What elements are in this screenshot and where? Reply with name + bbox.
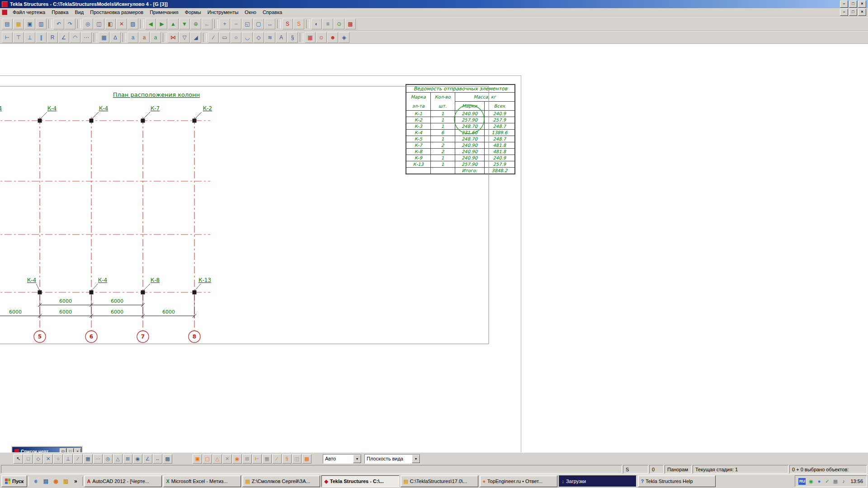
pan-up-icon[interactable]: ▲ xyxy=(168,19,179,29)
link-drawing-icon[interactable]: ◈ xyxy=(339,32,349,43)
language-indicator[interactable]: RU xyxy=(798,478,806,485)
cloud-tool-icon[interactable]: ≋ xyxy=(264,32,275,43)
screenshot-icon[interactable]: ◐ xyxy=(311,19,322,29)
dimension-text[interactable]: 6000 xyxy=(59,309,72,315)
new-drawing-icon[interactable]: ▤ xyxy=(2,19,13,29)
delete-icon[interactable]: ✕ xyxy=(116,19,127,29)
smart-note-icon[interactable]: ☻ xyxy=(327,32,338,43)
menu-item[interactable]: Формы xyxy=(182,9,204,15)
dim-chain-icon[interactable]: ⋯ xyxy=(81,32,92,43)
menu-item[interactable]: Простановка размеров xyxy=(87,9,146,15)
dimension-text[interactable]: 6000 xyxy=(111,309,123,315)
snap-intersection-icon[interactable]: ✕ xyxy=(43,454,53,464)
bolt-mark-icon[interactable]: a xyxy=(139,32,150,43)
dimension-text[interactable]: 6000 xyxy=(59,298,72,304)
drawing-list-maximize-button[interactable]: □ xyxy=(67,448,74,452)
grid-bubble-number[interactable]: 8 xyxy=(193,333,196,340)
column-mark-label[interactable]: К-8 xyxy=(151,277,160,283)
close-button[interactable]: × xyxy=(858,0,866,8)
network-tray-icon[interactable]: ▦ xyxy=(832,479,839,484)
drawing-list-close-button[interactable]: × xyxy=(74,448,81,452)
drawing-properties-icon[interactable]: ≡ xyxy=(322,19,333,29)
undo-icon[interactable]: ↶ xyxy=(53,19,64,29)
mdi-close-button[interactable]: × xyxy=(858,9,866,16)
menu-item[interactable]: Окно xyxy=(241,9,259,15)
drawing-list-window[interactable]: Список черт... ▭ □ × xyxy=(12,447,82,452)
restore-button[interactable]: □ xyxy=(849,0,857,8)
dim-radius-icon[interactable]: R xyxy=(47,32,58,43)
grid-lines[interactable] xyxy=(0,117,210,330)
zoom-in-icon[interactable]: + xyxy=(219,19,230,29)
pan-tool-icon[interactable]: ↔ xyxy=(264,19,275,29)
select-cursor-icon[interactable]: ↖ xyxy=(14,454,23,464)
mdi-minimize-button[interactable]: – xyxy=(840,9,848,16)
snap-line-icon[interactable]: ∕ xyxy=(73,454,83,464)
neighbor-mark-icon[interactable]: a xyxy=(150,32,161,43)
plan-title[interactable]: План расположения колонн xyxy=(113,91,200,98)
snap-perpendicular-icon[interactable]: ⊥ xyxy=(63,454,73,464)
pan-left-icon[interactable]: ◀ xyxy=(145,19,156,29)
associative-note-icon[interactable]: ☺ xyxy=(316,32,327,43)
snap-toggle-icon[interactable]: S xyxy=(282,19,293,29)
updates-tray-icon[interactable]: ● xyxy=(816,479,822,484)
revision-mark-icon[interactable]: ▦ xyxy=(305,32,316,43)
drawing-list-icon[interactable]: ▩ xyxy=(345,19,356,29)
menu-item[interactable]: Правка xyxy=(48,9,71,15)
select-objects-icon[interactable]: ▩ xyxy=(302,454,311,464)
mdi-restore-button[interactable]: □ xyxy=(849,9,857,16)
taskbar-button-help[interactable]: ? Tekla Structures Help xyxy=(638,475,716,487)
taskbar-button-browser[interactable]: ● TopEngineer.ru • Ответ... xyxy=(480,475,557,487)
dim-parallel-icon[interactable]: ∥ xyxy=(36,32,47,43)
snap-free-icon[interactable]: △ xyxy=(113,454,123,464)
pan-down-icon[interactable]: ▼ xyxy=(179,19,190,29)
snap-options-icon[interactable]: ▩ xyxy=(163,454,172,464)
zoom-out-icon[interactable]: − xyxy=(231,19,241,29)
text-tool-icon[interactable]: A xyxy=(276,32,287,43)
select-all-icon[interactable]: ▣ xyxy=(193,454,202,464)
dimension-text[interactable]: 6000 xyxy=(162,309,175,315)
drawing-canvas[interactable]: Ведомость отправочных элементов Марка Ко… xyxy=(0,44,868,452)
grid-dimension-icon[interactable]: ▦ xyxy=(99,32,109,43)
select-lines-icon[interactable]: ∕ xyxy=(272,454,282,464)
select-texts-icon[interactable]: ✕ xyxy=(222,454,232,464)
column-mark-label[interactable]: К-4 xyxy=(98,277,107,283)
taskbar-button-folder-tekla[interactable]: ▤ C:\TeklaStructures\17.0\... xyxy=(401,475,478,487)
select-welds-icon[interactable]: ◉ xyxy=(232,454,242,464)
grid-bubbles[interactable] xyxy=(34,331,200,343)
column-mark-label[interactable]: К-2 xyxy=(203,105,212,112)
dim-arc-icon[interactable]: ◠ xyxy=(70,32,80,43)
zoom-fit-icon[interactable]: ▢ xyxy=(253,19,264,29)
overflow-chevron-icon[interactable]: » xyxy=(71,477,80,486)
select-symbols-icon[interactable]: § xyxy=(282,454,292,464)
snap-points-icon[interactable]: ⋯ xyxy=(93,454,103,464)
columns[interactable] xyxy=(38,119,197,295)
save-drawing-icon[interactable]: ▣ xyxy=(24,19,35,29)
weld-symbol-icon[interactable]: ⋈ xyxy=(168,32,179,43)
open-drawing-icon[interactable]: ▦ xyxy=(13,19,24,29)
pan-right-icon[interactable]: ▶ xyxy=(156,19,167,29)
print-icon[interactable]: ▨ xyxy=(127,19,138,29)
drawing-window-icon[interactable] xyxy=(2,9,7,15)
chamfer-symbol-icon[interactable]: ◢ xyxy=(190,32,201,43)
schedule-table[interactable]: Ведомость отправочных элементов Марка Ко… xyxy=(406,84,515,174)
menu-item[interactable]: Файл чертежа xyxy=(9,9,48,15)
taskbar-button-folder-z[interactable]: ▤ Z:\Смоляков Сергей\ЗА... xyxy=(242,475,320,487)
menu-item[interactable]: Примечания xyxy=(146,9,182,15)
polyline-tool-icon[interactable]: ◇ xyxy=(253,32,264,43)
grid-bubble-number[interactable]: 7 xyxy=(141,333,145,340)
menu-item[interactable]: Справка xyxy=(259,9,285,15)
dimension-lines[interactable] xyxy=(0,305,194,316)
zoom-window-icon[interactable]: ◱ xyxy=(242,19,253,29)
snap-angle-icon[interactable]: ∠ xyxy=(143,454,152,464)
previous-view-icon[interactable]: ← xyxy=(202,19,212,29)
arc-tool-icon[interactable]: ◡ xyxy=(242,32,253,43)
selection-mode-combo[interactable]: Авто ▼ xyxy=(323,454,362,464)
line-tool-icon[interactable]: ∕ xyxy=(208,32,219,43)
snap-center-icon[interactable]: ○ xyxy=(53,454,63,464)
select-marks-icon[interactable]: △ xyxy=(212,454,222,464)
part-mark-icon[interactable]: a xyxy=(127,32,138,43)
column-mark-label[interactable]: К-4 xyxy=(99,105,108,112)
select-dimensions-icon[interactable]: ⊢ xyxy=(252,454,262,464)
grid-bubble-number[interactable]: 6 xyxy=(90,333,93,340)
close-drawing-icon[interactable]: ▥ xyxy=(36,19,47,29)
